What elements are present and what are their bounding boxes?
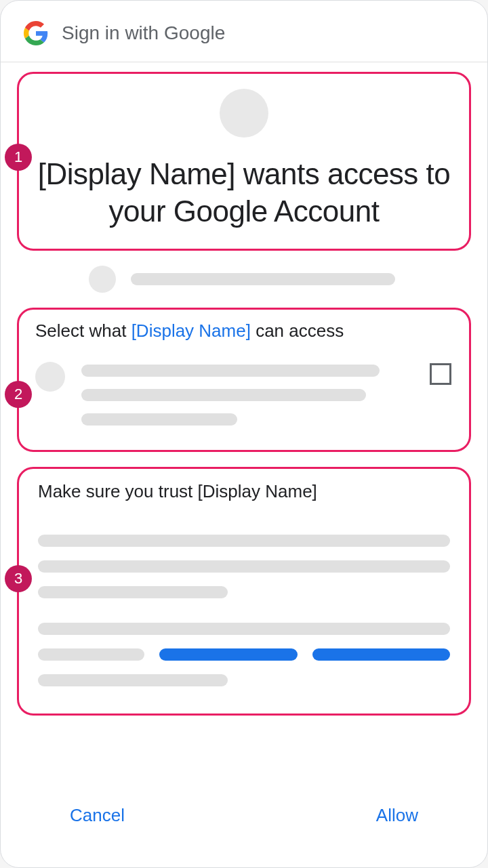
consent-headline: [Display Name] wants access to your Goog… (26, 155, 462, 230)
footer: Cancel Allow (1, 774, 487, 867)
scope-title-suffix: can access (251, 321, 344, 341)
account-chip[interactable] (89, 266, 487, 293)
annotation-badge-2: 2 (5, 381, 32, 408)
header: Sign in with Google (1, 1, 487, 62)
trust-link-placeholder[interactable] (159, 648, 297, 661)
annotation-badge-3: 3 (5, 565, 32, 592)
scope-checkbox[interactable] (430, 363, 451, 385)
scope-icon-placeholder (35, 362, 65, 392)
google-logo-icon (24, 21, 48, 45)
scope-item (35, 362, 453, 426)
trust-section-title: Make sure you trust [Display Name] (38, 481, 450, 502)
cancel-button[interactable]: Cancel (66, 804, 129, 827)
trust-paragraph-2-placeholder (38, 623, 450, 686)
annotated-body: 1 [Display Name] wants access to your Go… (1, 72, 487, 716)
app-logo-placeholder (220, 89, 268, 138)
scope-section-title: Select what [Display Name] can access (35, 321, 453, 342)
account-email-placeholder (131, 273, 395, 285)
scope-title-prefix: Select what (35, 321, 131, 341)
section-app-identity: [Display Name] wants access to your Goog… (17, 72, 471, 251)
header-title: Sign in with Google (62, 22, 225, 44)
oauth-consent-screen: Sign in with Google 1 [Display Name] wan… (0, 0, 488, 868)
scope-description-placeholder (81, 362, 413, 426)
allow-button[interactable]: Allow (372, 804, 422, 827)
trust-paragraph-1-placeholder (38, 535, 450, 598)
annotation-badge-1: 1 (5, 144, 32, 171)
section-scope-selection: Select what [Display Name] can access (17, 308, 471, 452)
trust-link-placeholder[interactable] (312, 648, 450, 661)
header-divider (1, 62, 487, 62)
scope-title-app-name: [Display Name] (131, 321, 251, 341)
account-avatar-placeholder (89, 266, 116, 293)
section-trust-warning: Make sure you trust [Display Name] (17, 467, 471, 716)
